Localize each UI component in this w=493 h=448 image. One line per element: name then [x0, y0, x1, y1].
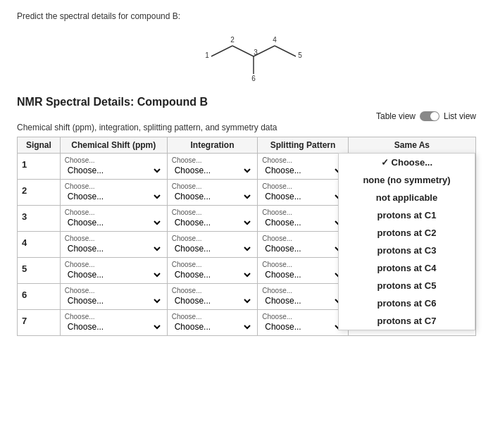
int-dropdown-wrapper: Choose... Choose... [172, 209, 254, 228]
chem-choose-select[interactable]: Choose... [65, 191, 163, 202]
split-choose-select[interactable]: Choose... [262, 269, 344, 280]
signal-cell-5: 5 [18, 258, 61, 284]
chem-dropdown-wrapper: Choose... Choose... [65, 261, 163, 280]
svg-text:3: 3 [254, 49, 258, 56]
split-choose-select[interactable]: Choose... [262, 295, 344, 306]
chem-choose-select[interactable]: Choose... [65, 243, 163, 254]
splitting-cell-3[interactable]: Choose... Choose... [258, 206, 349, 232]
splitting-cell-2[interactable]: Choose... Choose... [258, 180, 349, 206]
svg-text:5: 5 [298, 51, 302, 59]
splitting-cell-5[interactable]: Choose... Choose... [258, 258, 349, 284]
int-choose-select[interactable]: Choose... [172, 295, 254, 306]
splitting-cell-6[interactable]: Choose... Choose... [258, 284, 349, 310]
svg-line-1 [232, 46, 254, 56]
chem-choose-label: Choose... [65, 261, 163, 268]
chem-choose-select[interactable]: Choose... [65, 295, 163, 306]
integration-cell-1[interactable]: Choose... Choose... [167, 154, 258, 180]
split-choose-label: Choose... [262, 313, 344, 321]
chem-dropdown-wrapper: Choose... Choose... [65, 156, 163, 176]
chem-dropdown-wrapper: Choose... Choose... [65, 235, 163, 254]
dropdown-option-none[interactable]: none (no symmetry) [339, 171, 475, 189]
int-choose-label: Choose... [172, 182, 254, 190]
split-dropdown-wrapper: Choose... Choose... [262, 313, 344, 332]
integration-cell-4[interactable]: Choose... Choose... [167, 232, 258, 258]
chem-shift-cell-4[interactable]: Choose... Choose... [60, 232, 167, 258]
chem-choose-select[interactable]: Choose... [65, 321, 163, 332]
chem-shift-cell-5[interactable]: Choose... Choose... [60, 258, 167, 284]
signal-cell-1: 1 [18, 154, 61, 180]
split-choose-select[interactable]: Choose... [262, 165, 344, 176]
int-dropdown-wrapper: Choose... Choose... [172, 313, 254, 332]
int-choose-select[interactable]: Choose... [172, 321, 254, 332]
chem-choose-select[interactable]: Choose... [65, 217, 163, 228]
dropdown-option-c3[interactable]: protons at C3 [339, 242, 475, 259]
signal-cell-2: 2 [18, 180, 61, 206]
split-dropdown-wrapper: Choose... Choose... [262, 261, 344, 280]
chem-dropdown-wrapper: Choose... Choose... [65, 209, 163, 228]
split-choose-label: Choose... [262, 287, 344, 294]
toggle-knob [430, 112, 439, 120]
int-choose-select[interactable]: Choose... [172, 217, 254, 228]
dropdown-option-c6[interactable]: protons at C6 [339, 294, 475, 312]
int-choose-label: Choose... [172, 156, 254, 164]
chem-shift-cell-1[interactable]: Choose... Choose... [60, 154, 167, 180]
chem-choose-select[interactable]: Choose... [65, 165, 163, 176]
header-integration: Integration [167, 137, 258, 154]
splitting-cell-7[interactable]: Choose... Choose... [258, 310, 349, 336]
int-choose-select[interactable]: Choose... [172, 269, 254, 280]
int-dropdown-wrapper: Choose... Choose... [172, 261, 254, 280]
int-choose-label: Choose... [172, 287, 254, 294]
svg-text:4: 4 [273, 36, 277, 44]
view-toggle-switch[interactable] [420, 111, 439, 121]
splitting-cell-1[interactable]: Choose... Choose... [258, 154, 349, 180]
same-as-dropdown-popup[interactable]: Choose... none (no symmetry) not applica… [338, 153, 475, 330]
nmr-table: Signal Chemical Shift (ppm) Integration … [17, 137, 476, 336]
split-choose-select[interactable]: Choose... [262, 243, 344, 254]
signal-cell-7: 7 [18, 310, 61, 336]
list-view-label[interactable]: List view [444, 111, 476, 121]
section-title: NMR Spectral Details: Compound B [17, 96, 476, 108]
subtitle: Chemical shift (ppm), integration, split… [17, 123, 476, 132]
svg-line-3 [275, 46, 296, 56]
header-splitting-pattern: Splitting Pattern [258, 137, 349, 154]
chem-shift-cell-2[interactable]: Choose... Choose... [60, 180, 167, 206]
chem-shift-cell-3[interactable]: Choose... Choose... [60, 206, 167, 232]
dropdown-option-c1[interactable]: protons at C1 [339, 206, 475, 224]
table-view-label[interactable]: Table view [376, 111, 416, 121]
split-choose-select[interactable]: Choose... [262, 217, 344, 228]
dropdown-option-choose[interactable]: Choose... [339, 154, 475, 171]
int-choose-select[interactable]: Choose... [172, 243, 254, 254]
split-choose-select[interactable]: Choose... [262, 321, 344, 332]
view-toggle: Table view List view [17, 111, 476, 121]
int-dropdown-wrapper: Choose... Choose... [172, 235, 254, 254]
dropdown-option-c4[interactable]: protons at C4 [339, 259, 475, 277]
split-dropdown-wrapper: Choose... Choose... [262, 235, 344, 254]
dropdown-option-na[interactable]: not applicable [339, 189, 475, 206]
chem-shift-cell-7[interactable]: Choose... Choose... [60, 310, 167, 336]
int-choose-select[interactable]: Choose... [172, 191, 254, 202]
chem-choose-label: Choose... [65, 209, 163, 216]
signal-cell-6: 6 [18, 284, 61, 310]
integration-cell-3[interactable]: Choose... Choose... [167, 206, 258, 232]
splitting-cell-4[interactable]: Choose... Choose... [258, 232, 349, 258]
chem-choose-select[interactable]: Choose... [65, 269, 163, 280]
split-dropdown-wrapper: Choose... Choose... [262, 156, 344, 176]
int-dropdown-wrapper: Choose... Choose... [172, 287, 254, 306]
header-same-as: Same As Choose... none (no symmetry) not… [348, 137, 475, 154]
dropdown-option-c7[interactable]: protons at C7 [339, 312, 475, 330]
chem-shift-cell-6[interactable]: Choose... Choose... [60, 284, 167, 310]
chem-dropdown-wrapper: Choose... Choose... [65, 313, 163, 332]
int-choose-label: Choose... [172, 261, 254, 268]
header-signal: Signal [18, 137, 61, 154]
svg-text:2: 2 [230, 36, 235, 44]
integration-cell-2[interactable]: Choose... Choose... [167, 180, 258, 206]
split-dropdown-wrapper: Choose... Choose... [262, 287, 344, 306]
int-choose-select[interactable]: Choose... [172, 165, 254, 176]
dropdown-option-c2[interactable]: protons at C2 [339, 224, 475, 242]
split-choose-label: Choose... [262, 209, 344, 216]
integration-cell-5[interactable]: Choose... Choose... [167, 258, 258, 284]
integration-cell-6[interactable]: Choose... Choose... [167, 284, 258, 310]
integration-cell-7[interactable]: Choose... Choose... [167, 310, 258, 336]
split-choose-select[interactable]: Choose... [262, 191, 344, 202]
dropdown-option-c5[interactable]: protons at C5 [339, 277, 475, 294]
